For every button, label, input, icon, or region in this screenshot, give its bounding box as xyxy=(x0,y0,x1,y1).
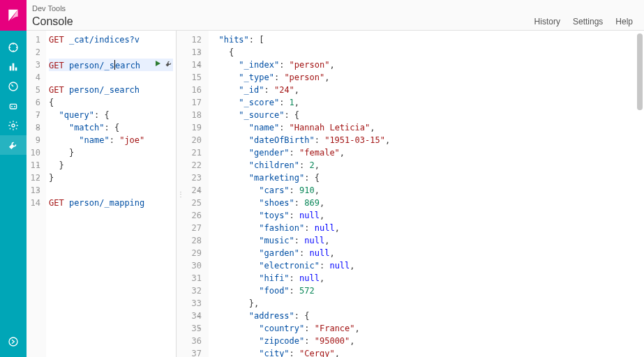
response-output[interactable]: 12 -13 -14 15 16 17 18 -19 20 21 22 23 -… xyxy=(184,31,644,357)
editor-line[interactable]: "query": { xyxy=(49,109,173,121)
nav-management[interactable] xyxy=(0,116,27,135)
gear-icon xyxy=(8,120,19,131)
nav-discover[interactable] xyxy=(0,38,27,57)
bar-chart-icon xyxy=(8,61,19,73)
editor-gutter-line: 10 - xyxy=(27,146,40,159)
toolbar-right: History Settings Help xyxy=(534,17,633,26)
history-link[interactable]: History xyxy=(534,17,560,26)
output-line: "marketing": { xyxy=(209,172,644,184)
output-gutter-line: 17 xyxy=(184,96,202,109)
wrench-icon xyxy=(8,139,19,151)
output-line: "_type": "person", xyxy=(209,71,644,84)
nav-dev-tools[interactable] xyxy=(0,135,27,155)
output-scrollbar[interactable] xyxy=(637,33,643,110)
editor-line[interactable]: "name": "joe" xyxy=(49,134,173,146)
output-gutter-line: 21 xyxy=(184,146,202,159)
editor-gutter-line: 14 xyxy=(27,197,40,209)
output-gutter-line: 15 xyxy=(184,71,202,84)
output-line: "country": "France", xyxy=(209,322,644,335)
svg-rect-1 xyxy=(10,66,12,71)
svg-rect-3 xyxy=(15,68,17,71)
run-request-icon[interactable] xyxy=(153,59,162,71)
editor-gutter-line: 3 xyxy=(27,59,40,71)
output-line: "toys": null, xyxy=(209,209,644,222)
editor-line[interactable]: } xyxy=(49,159,173,172)
output-line: "shoes": 869, xyxy=(209,197,644,209)
editor-gutter-line: 9 xyxy=(27,134,40,146)
splitter-dots-icon: ⋮ xyxy=(177,190,184,198)
editor-line[interactable]: GET person/_mapping xyxy=(49,197,173,209)
breadcrumb: Dev Tools xyxy=(32,3,633,13)
app-root: Dev Tools Console History Settings Help … xyxy=(0,0,644,357)
console-body: 1 2 3 4 5 6 -7 -8 -9 10 -11 -12 -13 14 G… xyxy=(27,31,644,357)
editor-line[interactable]: } xyxy=(49,172,173,184)
editor-gutter-line: 6 - xyxy=(27,96,40,109)
output-line: "children": 2, xyxy=(209,159,644,172)
svg-point-7 xyxy=(14,106,15,107)
kibana-logo-icon xyxy=(6,8,20,22)
nav-visualize[interactable] xyxy=(0,57,27,77)
output-gutter-line: 30 xyxy=(184,259,202,272)
editor-gutter-line: 8 - xyxy=(27,121,40,134)
output-gutter-line: 20 xyxy=(184,134,202,146)
editor-line[interactable] xyxy=(49,184,173,197)
nav-items xyxy=(0,38,27,332)
output-line: "hifi": null, xyxy=(209,272,644,284)
editor-line[interactable]: } xyxy=(49,146,173,159)
page-title: Console xyxy=(32,15,73,28)
output-line: "cars": 910, xyxy=(209,184,644,197)
output-gutter-line: 31 xyxy=(184,272,202,284)
left-sidebar xyxy=(0,0,27,357)
svg-rect-5 xyxy=(10,104,16,109)
output-line: "name": "Hannah Leticia", xyxy=(209,121,644,134)
request-editor[interactable]: 1 2 3 4 5 6 -7 -8 -9 10 -11 -12 -13 14 G… xyxy=(27,31,177,357)
editor-line[interactable]: GET _cat/indices?v xyxy=(49,33,173,46)
output-gutter-line: 26 xyxy=(184,209,202,222)
output-line: "_index": "person", xyxy=(209,59,644,71)
editor-line[interactable]: "match": { xyxy=(49,121,173,134)
editor-code[interactable]: GET _cat/indices?vGET person/_searchGET … xyxy=(46,31,176,357)
output-line: "electronic": null, xyxy=(209,259,644,272)
request-actions xyxy=(153,59,173,71)
editor-gutter-line: 2 xyxy=(27,46,40,59)
output-gutter-line: 16 xyxy=(184,84,202,96)
output-line: "_score": 1, xyxy=(209,96,644,109)
pane-splitter[interactable]: ⋮ xyxy=(177,31,184,357)
output-line: "zipcode": "95000", xyxy=(209,335,644,347)
compass-icon xyxy=(8,42,19,53)
output-gutter-line: 24 xyxy=(184,184,202,197)
output-line: "dateOfBirth": "1951-03-15", xyxy=(209,134,644,146)
output-gutter-line: 29 xyxy=(184,247,202,259)
settings-link[interactable]: Settings xyxy=(573,17,603,26)
request-options-icon[interactable] xyxy=(165,59,173,71)
output-gutter-line: 12 - xyxy=(184,33,202,46)
help-link[interactable]: Help xyxy=(615,17,633,26)
editor-gutter-line: 7 - xyxy=(27,109,40,121)
editor-gutter-line: 13 xyxy=(27,184,40,197)
output-gutter-line: 19 xyxy=(184,121,202,134)
nav-timelion[interactable] xyxy=(0,96,27,116)
editor-line[interactable]: { xyxy=(49,96,173,109)
output-gutter-line: 28 xyxy=(184,234,202,247)
output-code: "hits": [ { "_index": "person", "_type":… xyxy=(209,31,644,357)
output-gutter-line: 25 xyxy=(184,197,202,209)
output-line: "_source": { xyxy=(209,109,644,121)
editor-line[interactable] xyxy=(49,46,173,59)
output-line: "food": 572 xyxy=(209,284,644,297)
output-gutter-line: 35 xyxy=(184,322,202,335)
output-gutter-line: 23 - xyxy=(184,172,202,184)
output-line: }, xyxy=(209,297,644,310)
editor-line[interactable] xyxy=(49,71,173,84)
nav-dashboard[interactable] xyxy=(0,77,27,96)
editor-gutter-line: 11 - xyxy=(27,159,40,172)
editor-line[interactable]: GET person/_search xyxy=(49,84,173,96)
editor-gutter: 1 2 3 4 5 6 -7 -8 -9 10 -11 -12 -13 14 xyxy=(27,31,46,357)
editor-gutter-line: 1 xyxy=(27,33,40,46)
nav-collapse[interactable] xyxy=(0,332,27,351)
svg-point-9 xyxy=(9,337,17,346)
gauge-icon xyxy=(8,81,19,92)
kibana-logo[interactable] xyxy=(0,0,27,31)
collapse-icon xyxy=(8,336,19,347)
output-line: { xyxy=(209,46,644,59)
output-gutter-line: 34 - xyxy=(184,310,202,322)
